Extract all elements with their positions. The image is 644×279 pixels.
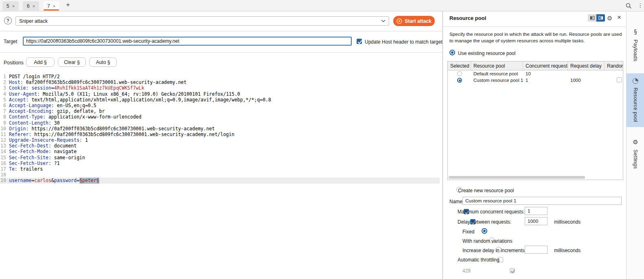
request-text: carlos: [34, 178, 51, 183]
clear-payload-marker-button[interactable]: Clear §: [58, 57, 86, 67]
table-cell: Default resource pool: [471, 71, 523, 76]
line-number: 9: [0, 120, 6, 126]
payload-positions-icon: §: [634, 29, 637, 36]
resource-pool-table[interactable]: SelectedResource poolConcurrent requests…: [447, 61, 623, 180]
close-icon[interactable]: ×: [617, 13, 621, 22]
divider: [0, 31, 442, 31]
request-text: =: [51, 85, 54, 91]
random-delay-checkbox[interactable]: [617, 77, 622, 82]
tab-close-icon[interactable]: ×: [53, 4, 55, 9]
column-header[interactable]: Request delay: [568, 62, 605, 70]
request-editor[interactable]: 1POST /login HTTP/22Host: 0af200ff0363b5…: [0, 74, 440, 279]
pool-name-input[interactable]: Custom resource pool 1: [462, 197, 622, 205]
dock-tab-settings[interactable]: ⚙Settings: [626, 134, 644, 174]
column-header[interactable]: Random de: [605, 62, 623, 70]
line-number: 12: [0, 137, 6, 143]
throttle-429-checkbox: [510, 268, 515, 273]
request-text: User-Agent:: [9, 91, 40, 97]
request-line: 11Referer: https://0af200ff0363b5cd809fc…: [0, 132, 440, 137]
request-text: https://0af200ff0363b5cd809fc6c300730001…: [31, 132, 234, 137]
delay-input[interactable]: 1000: [525, 217, 548, 225]
request-text: 1: [82, 137, 88, 143]
line-number: 11: [0, 132, 6, 137]
positions-label: Positions: [4, 60, 24, 66]
line-number: 10: [0, 126, 6, 132]
line-number: 17: [0, 166, 6, 172]
request-text: ?1: [51, 160, 60, 166]
intruder-tab-7[interactable]: 7×: [43, 1, 59, 11]
auto-payload-marker-button[interactable]: Auto §: [89, 57, 117, 67]
update-host-label: Update Host header to match target: [365, 39, 442, 45]
delay-increment-unit-label: milliseconds: [554, 248, 580, 253]
request-text: Content-Length:: [9, 120, 51, 126]
request-line: 19username=carlos&password=§peter§: [0, 178, 440, 183]
delay-increment-input[interactable]: [525, 246, 548, 254]
intruder-tab-6[interactable]: 6×: [23, 1, 39, 11]
play-icon: [396, 18, 402, 24]
line-number: 5: [0, 97, 6, 103]
intruder-tab-5[interactable]: 5×: [2, 1, 19, 11]
request-text: Sec-Fetch-Dest:: [9, 143, 51, 149]
column-header[interactable]: Resource pool: [471, 62, 523, 70]
column-header[interactable]: Selected: [448, 62, 471, 70]
request-text: Upgrade-Insecure-Requests:: [9, 137, 82, 143]
request-line: 16Sec-Fetch-User: ?1: [0, 160, 440, 166]
tab-close-icon[interactable]: ×: [33, 4, 35, 9]
request-line: 17Te: trailers: [0, 166, 440, 172]
add-payload-marker-button[interactable]: Add §: [26, 57, 55, 67]
create-new-pool-label: Create new resource pool: [458, 188, 514, 193]
update-host-checkbox[interactable]: [357, 39, 362, 44]
request-text: password: [54, 178, 77, 183]
table-header: SelectedResource poolConcurrent requests…: [448, 62, 623, 70]
target-label: Target: [4, 39, 17, 44]
dock-tab-payloads[interactable]: §Payloads: [626, 24, 644, 66]
request-text: text/html,application/xhtml+xml,applicat…: [28, 97, 271, 103]
tab-bar: 5×6×7× + ⋮: [0, 0, 644, 11]
pool-selected-radio[interactable]: [457, 71, 462, 76]
help-icon[interactable]: ?: [4, 17, 12, 24]
request-line: 6Accept-Language: en-US,en;q=0.5: [0, 103, 440, 108]
request-line: 12Upgrade-Insecure-Requests: 1: [0, 137, 440, 143]
use-existing-pool-radio[interactable]: [449, 50, 455, 55]
request-line: 18: [0, 172, 440, 178]
table-horizontal-scrollbar[interactable]: [449, 176, 585, 179]
request-line: 15Sec-Fetch-Site: same-origin: [0, 155, 440, 160]
pool-selected-radio[interactable]: [457, 78, 462, 83]
layout-compact-toggle-icon[interactable]: [588, 14, 596, 22]
request-text: Sec-Fetch-Site:: [9, 155, 51, 160]
delay-unit-label: milliseconds: [554, 219, 580, 225]
request-text: https://0af200ff0363b5cd809fc6c300730001…: [28, 126, 215, 132]
gear-icon[interactable]: ⚙: [607, 15, 612, 22]
dock-tab-label: Payloads: [633, 40, 638, 62]
new-tab-button[interactable]: +: [66, 1, 70, 9]
table-row[interactable]: Default resource pool10: [448, 70, 623, 77]
request-text: navigate: [51, 149, 77, 154]
delay-fixed-radio[interactable]: [482, 228, 487, 234]
request-text: 0af200ff0363b5cd809fc6c300730001.web-sec…: [23, 79, 187, 85]
request-line: 1POST /login HTTP/2: [0, 74, 440, 79]
column-header[interactable]: Concurrent requests: [523, 62, 568, 70]
line-number: 18: [0, 172, 6, 178]
max-concurrent-input[interactable]: 1: [525, 207, 548, 215]
request-text: =: [77, 178, 79, 183]
line-number: 14: [0, 149, 6, 154]
dock-tab-resource-pool[interactable]: Resource pool: [626, 73, 644, 127]
line-number: 1: [0, 74, 6, 79]
table-cell: 10: [523, 71, 568, 76]
table-cell: 1: [523, 78, 568, 83]
kebab-menu-icon[interactable]: ⋮: [637, 2, 643, 9]
target-input[interactable]: https://0af200ff0363b5cd809fc6c300730001…: [23, 37, 352, 46]
attack-type-select[interactable]: Sniper attack: [15, 16, 389, 26]
line-number: 4: [0, 91, 6, 97]
table-row[interactable]: Custom resource pool 111000: [448, 77, 623, 83]
tab-close-icon[interactable]: ×: [12, 4, 15, 9]
request-text: [28, 85, 31, 91]
resource-pool-icon: [633, 78, 638, 84]
line-number: 7: [0, 108, 6, 114]
start-attack-button[interactable]: Start attack: [393, 16, 435, 26]
request-text: application/x-www-form-urlencoded: [46, 114, 141, 120]
layout-expanded-toggle-icon[interactable]: [596, 14, 605, 22]
attack-type-value: Sniper attack: [19, 18, 48, 24]
search-icon[interactable]: [626, 3, 632, 10]
request-text: Content-Type:: [9, 114, 46, 120]
